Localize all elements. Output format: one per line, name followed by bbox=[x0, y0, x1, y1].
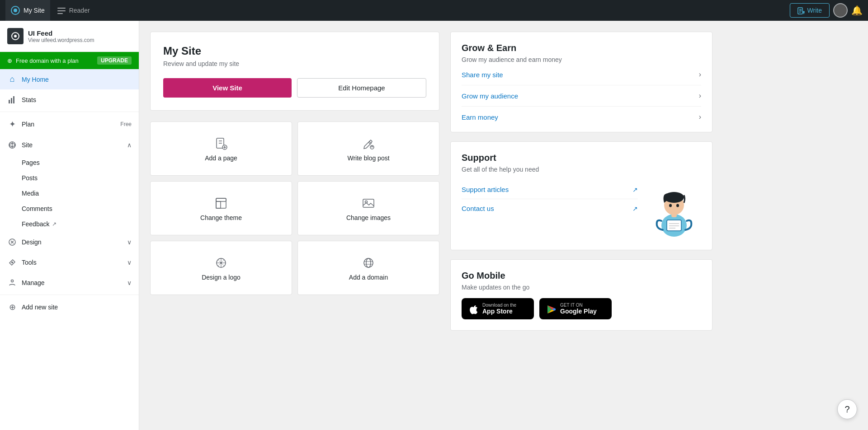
contact-us-row[interactable]: Contact us ↗ bbox=[462, 199, 638, 218]
earn-money-row[interactable]: Earn money › bbox=[462, 107, 701, 121]
add-new-site-label: Add new site bbox=[22, 304, 132, 311]
notifications-icon[interactable]: 🔔 bbox=[851, 5, 863, 16]
support-inner: Support articles ↗ Contact us ↗ bbox=[462, 180, 701, 239]
svg-line-25 bbox=[368, 142, 370, 144]
help-button[interactable]: ? bbox=[837, 399, 857, 419]
topnav-mysite-label: My Site bbox=[24, 7, 45, 14]
sidebar-item-feedback[interactable]: Feedback ↗ bbox=[22, 216, 139, 232]
wp-icon bbox=[11, 6, 20, 15]
add-domain-label: Add a domain bbox=[349, 274, 388, 281]
change-images-icon bbox=[362, 195, 375, 209]
grid-card-change-images[interactable]: Change images bbox=[297, 181, 439, 235]
feedback-label: Feedback bbox=[22, 220, 49, 228]
add-page-label: Add a page bbox=[205, 154, 237, 162]
sidebar-item-media[interactable]: Media bbox=[22, 186, 139, 201]
svg-rect-27 bbox=[216, 198, 226, 208]
top-navbar: My Site Reader bbox=[0, 0, 868, 21]
change-theme-icon bbox=[215, 195, 227, 209]
reader-icon bbox=[57, 7, 66, 14]
user-avatar[interactable] bbox=[833, 3, 848, 18]
tools-chevron: ∨ bbox=[127, 259, 132, 266]
write-button[interactable]: Write bbox=[790, 3, 830, 17]
play-store-button[interactable]: GET IT ON Google Play bbox=[539, 298, 612, 319]
grow-audience-label: Grow my audience bbox=[462, 92, 518, 100]
edit-homepage-button[interactable]: Edit Homepage bbox=[297, 78, 426, 98]
upgrade-banner-left: ⊕ Free domain with a plan bbox=[7, 57, 79, 64]
svg-point-46 bbox=[669, 204, 672, 207]
grid-card-add-page[interactable]: Add a page bbox=[150, 122, 292, 176]
manage-chevron: ∨ bbox=[127, 279, 132, 286]
contact-us-label: Contact us bbox=[462, 205, 494, 212]
content-area: My Site Review and update my site View S… bbox=[139, 21, 868, 430]
earn-money-label: Earn money bbox=[462, 113, 498, 121]
site-subnav: Pages Posts Media Comments Feedback ↗ bbox=[0, 155, 139, 232]
site-chevron: ∧ bbox=[127, 141, 132, 149]
grow-audience-row[interactable]: Grow my audience › bbox=[462, 85, 701, 107]
stats-icon bbox=[7, 95, 17, 104]
app-store-button[interactable]: Download on the App Store bbox=[462, 298, 534, 319]
design-logo-label: Design a logo bbox=[202, 274, 241, 281]
plan-icon: ✦ bbox=[7, 119, 17, 129]
svg-rect-11 bbox=[9, 100, 10, 103]
svg-point-17 bbox=[11, 262, 13, 263]
svg-point-39 bbox=[366, 258, 371, 267]
sidebar-item-tools[interactable]: Tools ∨ bbox=[0, 252, 139, 272]
add-domain-icon bbox=[362, 255, 375, 269]
domain-icon: ⊕ bbox=[7, 57, 12, 64]
go-mobile-title: Go Mobile bbox=[462, 271, 701, 281]
share-my-site-label: Share my site bbox=[462, 71, 503, 79]
grid-card-design-logo[interactable]: Design a logo bbox=[150, 241, 292, 295]
svg-rect-29 bbox=[216, 201, 221, 208]
grid-card-add-domain[interactable]: Add a domain bbox=[297, 241, 439, 295]
play-store-sub-label: GET IT ON bbox=[560, 303, 597, 308]
sidebar-item-plan[interactable]: ✦ Plan Free bbox=[0, 114, 139, 135]
topnav-left: My Site Reader bbox=[5, 0, 95, 21]
sidebar-item-site[interactable]: Site ∧ bbox=[0, 135, 139, 155]
grid-card-change-theme[interactable]: Change theme bbox=[150, 181, 292, 235]
my-site-title: My Site bbox=[163, 45, 426, 57]
stats-label: Stats bbox=[22, 96, 132, 103]
design-label: Design bbox=[22, 238, 123, 246]
support-title: Support bbox=[462, 153, 701, 163]
contact-us-external-icon: ↗ bbox=[632, 205, 638, 212]
design-icon bbox=[7, 237, 17, 247]
share-my-site-row[interactable]: Share my site › bbox=[462, 70, 701, 85]
nav-divider-1 bbox=[0, 112, 139, 112]
support-articles-row[interactable]: Support articles ↗ bbox=[462, 180, 638, 199]
add-page-icon bbox=[215, 136, 227, 150]
sidebar-item-design[interactable]: Design ∨ bbox=[0, 232, 139, 252]
svg-rect-48 bbox=[667, 220, 681, 231]
add-new-site-btn[interactable]: ⊕ Add new site bbox=[0, 297, 139, 318]
upgrade-banner[interactable]: ⊕ Free domain with a plan UPGRADE bbox=[0, 52, 139, 69]
write-blog-label: Write blog post bbox=[347, 154, 389, 162]
action-buttons: View Site Edit Homepage bbox=[163, 78, 426, 98]
sidebar-item-comments[interactable]: Comments bbox=[22, 201, 139, 216]
write-blog-icon bbox=[362, 136, 375, 150]
change-images-label: Change images bbox=[346, 214, 391, 221]
svg-rect-2 bbox=[57, 8, 66, 9]
topnav-mysite[interactable]: My Site bbox=[5, 0, 50, 21]
sidebar-item-stats[interactable]: Stats bbox=[0, 89, 139, 110]
sidebar-item-manage[interactable]: Manage ∨ bbox=[0, 272, 139, 293]
support-card: Support Get all of the help you need Sup… bbox=[450, 141, 712, 250]
quick-actions-grid: Add a page Write blog post bbox=[150, 122, 439, 295]
right-column: Grow & Earn Grow my audience and earn mo… bbox=[450, 32, 712, 419]
site-info: UI Feed View uifeed.wordpress.com bbox=[0, 21, 139, 52]
my-site-card: My Site Review and update my site View S… bbox=[150, 32, 439, 111]
grid-card-write-blog[interactable]: Write blog post bbox=[297, 122, 439, 176]
topnav-reader[interactable]: Reader bbox=[52, 0, 95, 21]
app-store-text: Download on the App Store bbox=[482, 303, 516, 315]
sidebar-item-posts[interactable]: Posts bbox=[22, 170, 139, 186]
upgrade-badge: UPGRADE bbox=[97, 56, 132, 65]
nav-divider-2 bbox=[0, 294, 139, 295]
upgrade-banner-text: Free domain with a plan bbox=[16, 57, 79, 64]
svg-point-47 bbox=[676, 204, 679, 207]
site-details: UI Feed View uifeed.wordpress.com bbox=[28, 29, 94, 43]
app-store-main-label: App Store bbox=[482, 308, 516, 315]
view-site-button[interactable]: View Site bbox=[163, 78, 292, 98]
google-play-icon bbox=[547, 303, 557, 315]
sidebar-item-my-home[interactable]: ⌂ My Home bbox=[0, 69, 139, 89]
sidebar-item-pages[interactable]: Pages bbox=[22, 155, 139, 170]
write-label: Write bbox=[807, 7, 822, 14]
change-theme-label: Change theme bbox=[200, 214, 242, 221]
